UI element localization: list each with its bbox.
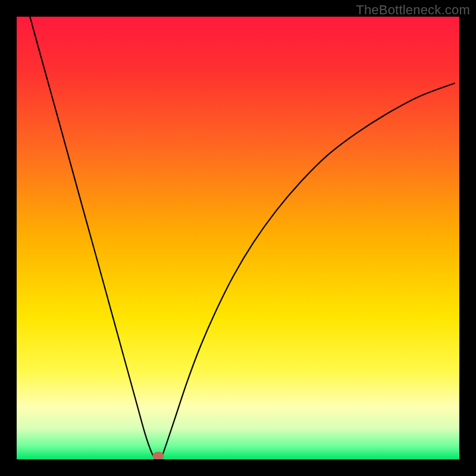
chart-frame: TheBottleneck.com [0, 0, 476, 476]
plot-area [17, 17, 459, 459]
chart-svg [17, 17, 459, 459]
gradient-background [17, 17, 459, 459]
watermark-text: TheBottleneck.com [356, 2, 470, 18]
